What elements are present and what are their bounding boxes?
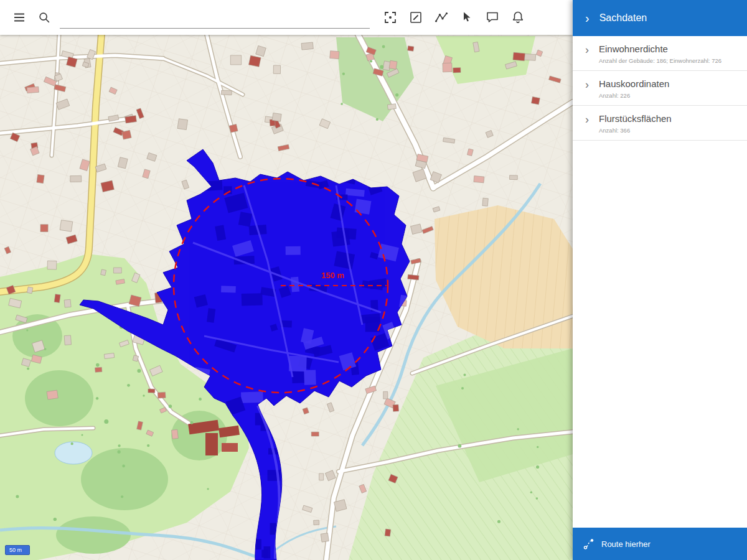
search-input[interactable] bbox=[60, 10, 370, 29]
scale-label: 50 m bbox=[9, 547, 22, 553]
panel-header[interactable]: › Sachdaten bbox=[573, 0, 747, 36]
comment-icon bbox=[485, 10, 500, 25]
map-canvas[interactable]: 150 m 50 m bbox=[0, 0, 573, 560]
app-root: 150 m 50 m bbox=[0, 0, 747, 560]
item-subtitle: Anzahl: 366 bbox=[599, 127, 672, 134]
measure-icon bbox=[434, 10, 449, 25]
item-title: Flurstücksflächen bbox=[599, 113, 672, 124]
menu-button[interactable] bbox=[9, 7, 30, 28]
map-tools bbox=[380, 7, 529, 28]
chevron-right-icon: › bbox=[585, 44, 589, 64]
item-text: Flurstücksflächen Anzahl: 366 bbox=[599, 113, 672, 134]
bell-icon bbox=[510, 10, 525, 25]
draw-icon bbox=[408, 10, 423, 25]
item-subtitle: Anzahl: 226 bbox=[599, 92, 669, 99]
item-title: Hauskoordinaten bbox=[599, 78, 669, 89]
draw-button[interactable] bbox=[405, 7, 426, 28]
measure-button[interactable] bbox=[431, 7, 452, 28]
select-cursor-icon bbox=[459, 10, 474, 25]
comments-button[interactable] bbox=[482, 7, 503, 28]
chevron-right-icon: › bbox=[585, 114, 589, 134]
menu-icon bbox=[12, 10, 27, 25]
route-label: Route hierher bbox=[601, 539, 651, 549]
map-svg: 150 m bbox=[0, 0, 573, 560]
radius-label: 150 m bbox=[321, 271, 344, 280]
item-text: Einwohnerdichte Anzahl der Gebäude: 186;… bbox=[599, 44, 721, 64]
panel-spacer bbox=[573, 141, 747, 528]
panel-item-einwohnerdichte[interactable]: › Einwohnerdichte Anzahl der Gebäude: 18… bbox=[573, 36, 747, 71]
route-icon bbox=[583, 538, 595, 550]
zoom-extent-button[interactable] bbox=[380, 7, 401, 28]
chevron-right-icon: › bbox=[585, 79, 589, 99]
route-button[interactable]: Route hierher bbox=[573, 528, 747, 560]
chevron-right-icon: › bbox=[585, 12, 590, 24]
item-title: Einwohnerdichte bbox=[599, 44, 721, 54]
toolbar bbox=[0, 0, 573, 35]
map-scale-bar: 50 m bbox=[5, 545, 30, 555]
pond bbox=[55, 442, 92, 464]
panel-item-flurstuecksflaechen[interactable]: › Flurstücksflächen Anzahl: 366 bbox=[573, 106, 747, 141]
notifications-button[interactable] bbox=[507, 7, 529, 28]
panel-title: Sachdaten bbox=[599, 12, 647, 24]
panel-item-hauskoordinaten[interactable]: › Hauskoordinaten Anzahl: 226 bbox=[573, 71, 747, 106]
zoom-extent-icon bbox=[383, 10, 398, 25]
search-icon bbox=[37, 11, 51, 24]
select-features-button[interactable] bbox=[456, 7, 477, 28]
item-text: Hauskoordinaten Anzahl: 226 bbox=[599, 78, 669, 99]
search-button[interactable] bbox=[34, 7, 55, 28]
sachdaten-panel: › Sachdaten › Einwohnerdichte Anzahl der… bbox=[573, 0, 747, 560]
item-subtitle: Anzahl der Gebäude: 186; Einwohnerzahl: … bbox=[599, 57, 721, 64]
